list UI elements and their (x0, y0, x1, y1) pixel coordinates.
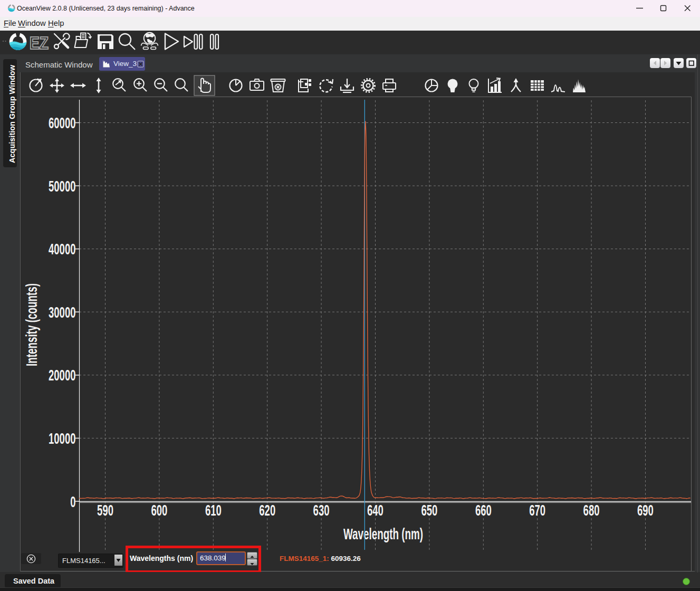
svg-text:680: 680 (583, 501, 600, 519)
svg-text:670: 670 (529, 501, 545, 519)
svg-text:600: 600 (151, 501, 167, 519)
svg-text:Wavelength (nm): Wavelength (nm) (343, 525, 423, 542)
svg-text:590: 590 (97, 501, 113, 519)
svg-text:630: 630 (313, 501, 330, 519)
svg-text:0: 0 (70, 493, 75, 510)
svg-text:690: 690 (637, 501, 654, 519)
svg-text:10000: 10000 (49, 430, 76, 447)
svg-text:640: 640 (367, 501, 383, 519)
svg-text:620: 620 (259, 501, 275, 519)
svg-text:Intensity (counts): Intensity (counts) (23, 283, 40, 366)
svg-text:40000: 40000 (49, 240, 76, 258)
svg-text:610: 610 (205, 501, 222, 519)
svg-text:650: 650 (421, 501, 438, 519)
svg-text:60000: 60000 (49, 114, 76, 131)
svg-text:50000: 50000 (49, 177, 76, 195)
svg-text:20000: 20000 (49, 366, 76, 384)
svg-text:660: 660 (475, 501, 492, 519)
svg-text:30000: 30000 (49, 303, 76, 321)
